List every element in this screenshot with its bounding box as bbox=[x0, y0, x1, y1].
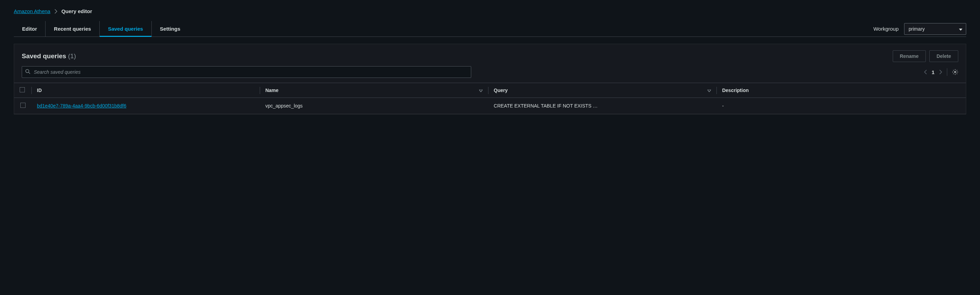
query-text-cell: CREATE EXTERNAL TABLE IF NOT EXISTS … bbox=[488, 98, 716, 114]
panel-title-count: (1) bbox=[68, 52, 76, 60]
tab-saved-queries[interactable]: Saved queries bbox=[100, 21, 152, 36]
page-number: 1 bbox=[932, 69, 934, 75]
delete-button[interactable]: Delete bbox=[929, 50, 958, 62]
query-name-cell: vpc_appsec_logs bbox=[260, 98, 488, 114]
table-row[interactable]: bd1e40e7-789a-4aa4-9bcb-6d00f31b8df6 vpc… bbox=[14, 98, 966, 114]
svg-point-2 bbox=[955, 71, 956, 73]
breadcrumb-current: Query editor bbox=[61, 8, 92, 14]
saved-queries-panel: Saved queries (1) Rename Delete 1 bbox=[14, 44, 966, 114]
workgroup-selected-value: primary bbox=[908, 26, 925, 32]
sort-icon bbox=[708, 87, 711, 93]
column-header-query[interactable]: Query bbox=[488, 83, 716, 98]
page-prev-button[interactable] bbox=[924, 70, 927, 75]
column-header-description[interactable]: Description bbox=[716, 83, 966, 98]
tab-bar: Editor Recent queries Saved queries Sett… bbox=[14, 21, 966, 37]
search-icon bbox=[25, 69, 30, 75]
breadcrumb: Amazon Athena Query editor bbox=[14, 0, 966, 21]
column-header-name[interactable]: Name bbox=[260, 83, 488, 98]
tab-recent-queries[interactable]: Recent queries bbox=[46, 21, 100, 36]
workgroup-label: Workgroup bbox=[873, 26, 899, 32]
tab-editor[interactable]: Editor bbox=[14, 21, 46, 36]
svg-line-1 bbox=[29, 72, 30, 74]
pagination: 1 bbox=[924, 68, 958, 76]
breadcrumb-root-link[interactable]: Amazon Athena bbox=[14, 8, 50, 14]
panel-title: Saved queries (1) bbox=[22, 52, 76, 60]
divider bbox=[947, 68, 947, 76]
tab-settings[interactable]: Settings bbox=[152, 21, 189, 36]
query-description-cell: - bbox=[716, 98, 966, 114]
sort-icon bbox=[479, 87, 483, 93]
workgroup-select[interactable]: primary bbox=[904, 23, 966, 35]
select-all-checkbox[interactable] bbox=[20, 87, 25, 92]
search-input[interactable] bbox=[22, 66, 471, 78]
saved-queries-table: ID Name Query bbox=[14, 83, 966, 114]
page-next-button[interactable] bbox=[939, 70, 942, 75]
column-header-id[interactable]: ID bbox=[32, 83, 260, 98]
column-header-name-label: Name bbox=[265, 87, 278, 93]
settings-gear-button[interactable] bbox=[952, 69, 958, 75]
column-header-description-label: Description bbox=[722, 87, 749, 93]
svg-point-0 bbox=[25, 69, 29, 72]
caret-down-icon bbox=[959, 26, 963, 32]
query-id-link[interactable]: bd1e40e7-789a-4aa4-9bcb-6d00f31b8df6 bbox=[37, 103, 126, 109]
row-checkbox[interactable] bbox=[20, 103, 25, 108]
column-header-query-label: Query bbox=[494, 87, 508, 93]
chevron-right-icon bbox=[54, 9, 57, 14]
panel-title-text: Saved queries bbox=[22, 52, 66, 60]
rename-button[interactable]: Rename bbox=[893, 50, 926, 62]
column-header-id-label: ID bbox=[37, 87, 42, 93]
